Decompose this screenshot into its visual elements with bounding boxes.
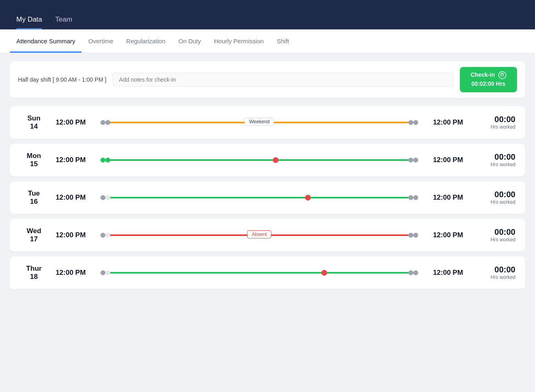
- timeline-area: [93, 269, 426, 277]
- timeline-track: [97, 194, 421, 202]
- attendance-row: Mon 15 12:00 PM 12:00 PM 00:00 Hrs worke…: [10, 144, 525, 176]
- hrs-worked: 00:00 Hrs worked: [470, 265, 515, 280]
- tab-regularization[interactable]: Regularization: [120, 29, 172, 53]
- dot-mid2: [408, 120, 413, 125]
- track-line: Weekend: [105, 122, 413, 123]
- top-nav-tab-my-data[interactable]: My Data: [10, 16, 49, 29]
- tab-attendance-summary[interactable]: Attendance Summary: [10, 29, 82, 53]
- day-label: Sun 14: [20, 114, 48, 131]
- dot-left: [100, 158, 105, 163]
- dot-mid1: [105, 120, 110, 125]
- dot-mid2: [408, 158, 413, 163]
- checkin-notes-input[interactable]: [113, 73, 453, 87]
- hrs-worked: 00:00 Hrs worked: [470, 152, 515, 167]
- attendance-row: Wed 17 12:00 PM Absent 12:00 PM 00:00 Hr…: [10, 219, 525, 252]
- dot-mid2: [408, 233, 413, 238]
- day-label: Tue 16: [20, 189, 48, 206]
- timeline-area: Weekend: [93, 118, 426, 127]
- dot-mid1: [105, 270, 110, 275]
- hrs-worked: 00:00 Hrs worked: [470, 115, 515, 130]
- time-left: 12:00 PM: [48, 156, 93, 164]
- top-nav-tab-team[interactable]: Team: [49, 16, 79, 29]
- attendance-row: Sun 14 12:00 PM Weekend 12:00 PM 00:00 H…: [10, 106, 525, 139]
- tab-overtime[interactable]: Overtime: [82, 29, 120, 53]
- time-left: 12:00 PM: [48, 269, 93, 277]
- hrs-worked: 00:00 Hrs worked: [470, 190, 515, 205]
- dot-left: [100, 270, 105, 275]
- time-marker: [321, 270, 327, 276]
- timeline-area: [93, 156, 426, 164]
- time-right: 12:00 PM: [426, 156, 470, 164]
- dot-right: [413, 120, 418, 125]
- dot-right: [413, 195, 418, 200]
- dot-mid1: [105, 195, 110, 200]
- track-line: [105, 197, 413, 198]
- time-marker: [273, 157, 279, 163]
- sub-navigation: Attendance Summary Overtime Regularizati…: [0, 29, 535, 53]
- status-badge: Absent: [247, 230, 271, 238]
- checkin-bar: Half day shift [ 9:00 AM - 1:00 PM ] Che…: [10, 61, 525, 98]
- day-label: Wed 17: [20, 227, 48, 243]
- dot-right: [413, 233, 418, 238]
- timeline-area: [93, 194, 426, 202]
- tab-hourly-permission[interactable]: Hourly Permission: [207, 29, 270, 53]
- checkin-button[interactable]: Check-in ⏱ 00:02:00 Hrs: [460, 67, 517, 92]
- timeline-track: Weekend: [97, 118, 421, 127]
- dot-mid1: [105, 233, 110, 238]
- tab-shift[interactable]: Shift: [270, 29, 296, 53]
- timer-icon: ⏱: [498, 71, 506, 79]
- dot-right: [413, 158, 418, 163]
- track-line: [105, 272, 413, 274]
- time-marker: [305, 195, 311, 200]
- time-right: 12:00 PM: [426, 231, 470, 239]
- time-right: 12:00 PM: [426, 269, 470, 277]
- shift-label: Half day shift [ 9:00 AM - 1:00 PM ]: [18, 76, 106, 83]
- timeline-area: Absent: [93, 231, 426, 239]
- track-line: [105, 159, 413, 161]
- main-content: Half day shift [ 9:00 AM - 1:00 PM ] Che…: [0, 53, 535, 390]
- top-navigation: My Data Team: [0, 0, 535, 29]
- timeline-track: [97, 156, 421, 164]
- attendance-row: Tue 16 12:00 PM 12:00 PM 00:00 Hrs worke…: [10, 181, 525, 214]
- tab-on-duty[interactable]: On Duty: [172, 29, 207, 53]
- day-label: Mon 15: [20, 152, 48, 168]
- time-left: 12:00 PM: [48, 231, 93, 239]
- dot-left: [100, 195, 105, 200]
- status-badge: Weekend: [245, 118, 274, 126]
- time-left: 12:00 PM: [48, 194, 93, 202]
- dot-mid1: [105, 158, 110, 163]
- timeline-track: [97, 269, 421, 277]
- dot-mid2: [408, 195, 413, 200]
- dot-right: [413, 270, 418, 275]
- day-label: Thur 18: [20, 265, 48, 281]
- time-right: 12:00 PM: [426, 118, 470, 127]
- dot-left: [100, 233, 105, 238]
- attendance-row: Thur 18 12:00 PM 12:00 PM 00:00 Hrs work…: [10, 256, 525, 289]
- timeline-track: Absent: [97, 231, 421, 239]
- dot-left: [100, 120, 105, 125]
- attendance-rows: Sun 14 12:00 PM Weekend 12:00 PM 00:00 H…: [10, 106, 525, 289]
- track-line: Absent: [105, 234, 413, 236]
- hrs-worked: 00:00 Hrs worked: [470, 227, 515, 243]
- time-left: 12:00 PM: [48, 118, 93, 127]
- time-right: 12:00 PM: [426, 194, 470, 202]
- dot-mid2: [408, 270, 413, 275]
